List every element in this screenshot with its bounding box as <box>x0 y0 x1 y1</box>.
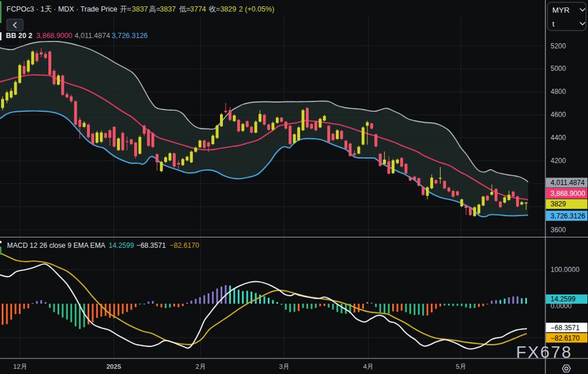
svg-text:3829: 3829 <box>551 200 566 208</box>
svg-text:5月: 5月 <box>456 363 466 370</box>
svg-text:4400: 4400 <box>551 134 566 142</box>
svg-text:14.2599: 14.2599 <box>551 295 576 303</box>
svg-text:高=: 高= <box>149 5 161 13</box>
svg-text:4800: 4800 <box>551 88 566 96</box>
svg-text:2 (+0.05%): 2 (+0.05%) <box>239 5 275 13</box>
svg-text:12月: 12月 <box>13 363 27 370</box>
svg-text:低=: 低= <box>179 5 191 13</box>
svg-text:3,868.9000: 3,868.9000 <box>551 190 585 198</box>
svg-text:3829: 3829 <box>220 5 236 13</box>
svg-text:3837: 3837 <box>160 5 176 13</box>
svg-text:3,868.9000: 3,868.9000 <box>36 32 73 40</box>
svg-text:MACD 12 26 close 9 EMA EMA: MACD 12 26 close 9 EMA EMA <box>7 241 106 250</box>
svg-text:3774: 3774 <box>190 5 206 13</box>
svg-text:−82.6170: −82.6170 <box>170 241 199 250</box>
svg-text:5200: 5200 <box>551 42 566 50</box>
svg-text:FCPOc3 · 1天 · MDX · Trade Pric: FCPOc3 · 1天 · MDX · Trade Price <box>6 5 117 13</box>
svg-text:2025: 2025 <box>107 363 122 370</box>
svg-text:5000: 5000 <box>551 65 566 73</box>
svg-text:100.0000: 100.0000 <box>551 266 579 274</box>
svg-text:4月: 4月 <box>363 363 374 370</box>
svg-text:开=: 开= <box>120 5 131 13</box>
svg-text:FX678: FX678 <box>516 343 572 361</box>
svg-text:4,011.4874: 4,011.4874 <box>75 32 111 40</box>
svg-text:收=: 收= <box>208 5 220 13</box>
svg-text:4,011.4874: 4,011.4874 <box>551 179 585 187</box>
svg-text:t: t <box>552 20 555 28</box>
svg-text:3,726.3126: 3,726.3126 <box>112 32 148 40</box>
svg-text:4200: 4200 <box>551 157 566 165</box>
svg-text:4600: 4600 <box>551 111 566 119</box>
svg-text:BB 20 2: BB 20 2 <box>6 32 32 40</box>
svg-text:−68.3571: −68.3571 <box>551 324 580 332</box>
svg-text:3月: 3月 <box>279 363 290 370</box>
svg-text:−68.3571: −68.3571 <box>136 241 166 250</box>
svg-text:3,726.3126: 3,726.3126 <box>551 212 585 220</box>
svg-text:MYR: MYR <box>552 6 570 14</box>
svg-text:3600: 3600 <box>551 226 566 234</box>
svg-text:3837: 3837 <box>132 5 148 13</box>
svg-text:14.2599: 14.2599 <box>109 241 134 250</box>
svg-text:2月: 2月 <box>196 363 206 370</box>
svg-text:−82.6170: −82.6170 <box>551 334 580 342</box>
